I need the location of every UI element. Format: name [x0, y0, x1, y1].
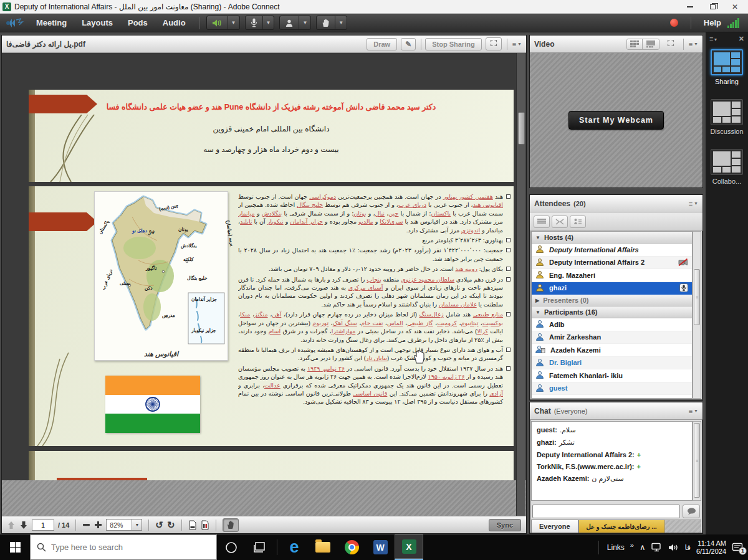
attendee-row[interactable]: Amir Zarkeshan [532, 331, 692, 344]
page-up-button[interactable] [7, 521, 16, 529]
chat-message-input[interactable] [532, 505, 680, 518]
expand-triangle-icon[interactable]: ▶ [535, 298, 539, 303]
attendee-row[interactable]: ghazi [532, 282, 692, 295]
fit-width-button[interactable] [201, 520, 209, 530]
microphone-button[interactable]: ▼ [245, 16, 275, 30]
send-message-button[interactable] [683, 505, 700, 518]
layout-thumbnail-icon[interactable] [711, 49, 743, 75]
video-fullscreen-icon[interactable] [663, 38, 678, 50]
task-view-button[interactable] [246, 534, 274, 560]
attendee-row[interactable]: Fatemeh Khanlari- ikiu [532, 369, 692, 382]
tray-expand-chevron-icon[interactable]: ∧ [640, 543, 646, 552]
zoom-dropdown-arrow-icon[interactable]: ▼ [132, 520, 141, 530]
speaker-button[interactable]: ▼ [206, 16, 240, 30]
attendee-row[interactable]: Eng. Mazaheri [532, 269, 692, 282]
raise-hand-dropdown[interactable]: ▼ [335, 16, 347, 29]
attendee-row[interactable]: Deputy International Affairs 2 [532, 257, 692, 270]
video-view-toggle[interactable] [626, 39, 659, 50]
attendee-group-header[interactable]: ▶Presenters (0) [532, 295, 692, 306]
menu-layouts[interactable]: Layouts [74, 14, 120, 32]
cortana-button[interactable] [217, 534, 246, 560]
start-button[interactable] [0, 534, 30, 560]
microphone-dropdown[interactable]: ▼ [262, 16, 274, 29]
zoom-in-button[interactable] [94, 521, 102, 529]
action-center-button[interactable]: 1 [732, 543, 743, 553]
filmstrip-view-icon[interactable] [642, 39, 659, 49]
chat-tab-private[interactable]: ... رضای‌فاطمه جسک و عل [578, 520, 665, 533]
taskbar-search[interactable] [30, 534, 217, 560]
raise-hand-button[interactable]: ▼ [316, 16, 347, 30]
layouts-close-icon[interactable]: ✕ [739, 35, 744, 43]
start-webcam-button[interactable]: Start My Webcam [568, 111, 664, 130]
attendee-row[interactable]: Azadeh Kazemi [532, 344, 692, 357]
fullscreen-icon[interactable] [486, 37, 502, 50]
breakout-view-icon[interactable] [552, 216, 568, 228]
connection-signal-icon[interactable] [727, 18, 739, 28]
host-avatar-icon [535, 258, 544, 267]
fit-page-button[interactable] [188, 520, 197, 530]
search-input[interactable] [51, 543, 188, 552]
sync-button[interactable]: Sync [489, 519, 521, 531]
video-pod-options-icon[interactable]: ≡▼ [689, 40, 698, 48]
page-number-input[interactable] [32, 520, 54, 531]
excel-button[interactable]: X [395, 534, 423, 560]
webcam-dropdown[interactable]: ▼ [299, 16, 310, 29]
chat-pod-options-icon[interactable]: ≡▼ [689, 407, 698, 415]
minimize-button[interactable] [679, 1, 701, 13]
pan-hand-tool-button[interactable] [223, 518, 239, 532]
menu-audio[interactable]: Audio [155, 14, 193, 32]
webcam-button[interactable]: ▼ [279, 16, 311, 30]
taskbar-clock[interactable]: 11:14 AM 6/11/2024 [696, 539, 726, 556]
chat-tab-everyone[interactable]: Everyone [531, 520, 578, 533]
map-label: بمبئی [120, 280, 130, 286]
layout-thumbnail-icon[interactable] [711, 99, 743, 125]
chat-scrollbar-thumb[interactable]: ≡ [694, 423, 700, 498]
attendees-pod-options-icon[interactable]: ≡▼ [689, 200, 698, 207]
zoom-level-select[interactable]: 82% ▼ [106, 519, 142, 531]
close-button[interactable]: ✕ [724, 1, 746, 13]
page-down-button[interactable] [19, 521, 28, 529]
pod-options-menu-icon[interactable]: ≡▼ [512, 40, 522, 48]
stop-sharing-button[interactable]: Stop Sharing [425, 38, 481, 50]
network-icon[interactable] [651, 543, 663, 552]
word-button[interactable]: W [366, 534, 395, 560]
chrome-button[interactable] [337, 534, 366, 560]
attendee-group-header[interactable]: ▼Hosts (4) [532, 232, 692, 244]
layout-thumbnail-icon[interactable] [711, 149, 743, 175]
pointer-pen-icon[interactable]: ✎ [401, 38, 416, 50]
attendee-row[interactable]: Adib [532, 318, 692, 331]
draw-button[interactable]: Draw [367, 38, 397, 50]
zoom-out-button[interactable] [82, 521, 90, 529]
share-scrollbar[interactable] [516, 53, 525, 516]
attendee-row[interactable]: Dr. Biglari [532, 357, 692, 370]
edge-browser-button[interactable]: e [280, 534, 309, 560]
collapse-triangle-icon[interactable]: ▼ [535, 310, 540, 315]
attendees-scrollbar-thumb[interactable]: ≡ [694, 269, 700, 325]
attendee-status-view-icon[interactable] [570, 216, 586, 228]
attendee-group-header[interactable]: ▼Participants (16) [532, 306, 692, 318]
volume-icon[interactable] [668, 543, 679, 552]
menu-meeting[interactable]: Meeting [29, 14, 74, 32]
layout-discussion[interactable]: Discussion [706, 99, 748, 135]
share-scrollbar-thumb[interactable] [518, 112, 525, 145]
rotate-right-button[interactable]: ↻ [167, 520, 175, 529]
links-overflow-chevron[interactable]: » [630, 541, 634, 549]
attendee-row[interactable]: Deputy International Affairs [532, 244, 692, 257]
speaker-dropdown[interactable]: ▼ [228, 16, 239, 29]
layouts-menu-icon[interactable]: ≡▼ [709, 35, 717, 43]
links-toolbar[interactable]: Links [607, 543, 625, 552]
grid-view-icon[interactable] [627, 39, 642, 49]
attendee-row[interactable]: guest [532, 382, 692, 396]
layout-sharing[interactable]: Sharing [706, 49, 748, 85]
rotate-left-button[interactable]: ↺ [155, 520, 163, 529]
attendees-scrollbar[interactable]: ≡ [693, 231, 701, 399]
menu-pods[interactable]: Pods [120, 14, 155, 32]
restore-button[interactable] [702, 1, 723, 13]
help-menu[interactable]: Help [704, 18, 721, 27]
attendee-list-view-icon[interactable] [534, 216, 550, 228]
file-explorer-button[interactable] [309, 534, 337, 560]
chat-scrollbar[interactable]: ≡ [693, 421, 701, 501]
collapse-triangle-icon[interactable]: ▼ [535, 235, 540, 240]
layout-collabo[interactable]: Collabo... [706, 149, 748, 185]
language-indicator[interactable]: فا [684, 543, 690, 552]
